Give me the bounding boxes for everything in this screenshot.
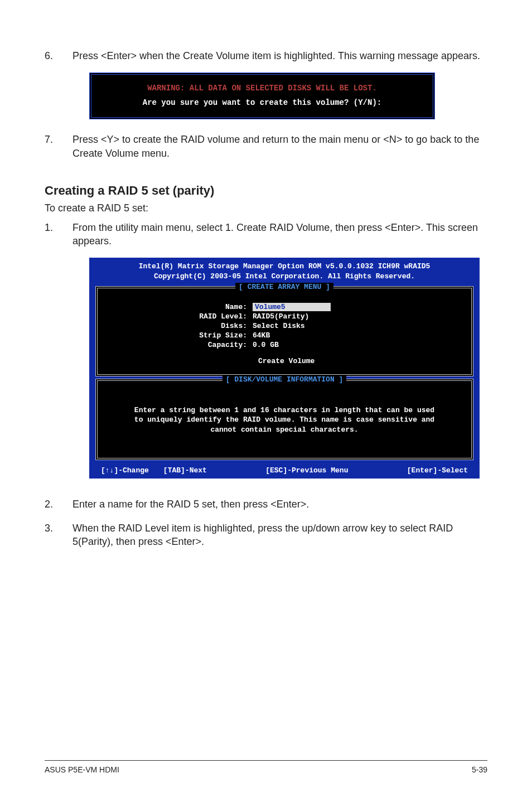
key-legend: [↑↓]-Change [TAB]-Next [ESC]-Previous Me… <box>90 465 479 478</box>
info-line: to uniquely identify the RAID volume. Th… <box>112 415 457 425</box>
step-text: Press <Enter> when the Create Volume ite… <box>72 49 487 62</box>
bios-title-line: Intel(R) Matrix Storage Manager Option R… <box>92 262 477 272</box>
step-number: 6. <box>45 49 72 62</box>
step-number: 2. <box>45 497 72 511</box>
create-array-menu: [ CREATE ARRAY MENU ] Name: Volume5 RAID… <box>95 286 473 376</box>
field-label-capacity: Capacity: <box>107 341 253 349</box>
disks-value[interactable]: Select Disks <box>253 322 305 330</box>
key-esc: [ESC]-Previous Menu <box>265 466 348 475</box>
step-number: 3. <box>45 521 72 549</box>
footer-page-number: 5-39 <box>472 765 487 774</box>
raid-level-value[interactable]: RAID5(Parity) <box>253 312 309 321</box>
bios-screen: Intel(R) Matrix Storage Manager Option R… <box>89 258 480 479</box>
footer-left: ASUS P5E-VM HDMI <box>45 765 119 774</box>
strip-size-value[interactable]: 64KB <box>253 331 270 340</box>
step-text: From the utility main menu, select 1. Cr… <box>72 221 487 248</box>
disk-volume-info: [ DISK/VOLUME INFORMATION ] Enter a stri… <box>95 379 473 461</box>
bios-copyright: Copyright(C) 2003-05 Intel Corporation. … <box>92 272 477 282</box>
name-input[interactable]: Volume5 <box>253 303 331 311</box>
field-label-name: Name: <box>107 303 253 311</box>
key-next: [TAB]-Next <box>163 466 207 475</box>
step-number: 7. <box>45 133 72 160</box>
warning-text: WARNING: ALL DATA ON SELECTED DISKS WILL… <box>106 84 418 93</box>
box-legend: [ DISK/VOLUME INFORMATION ] <box>223 375 347 384</box>
capacity-value[interactable]: 0.0 GB <box>253 341 279 349</box>
intro-text: To create a RAID 5 set: <box>45 202 487 214</box>
step-text: Press <Y> to create the RAID volume and … <box>72 133 487 160</box>
step-text: When the RAID Level item is highlighted,… <box>72 521 487 549</box>
field-label-disks: Disks: <box>107 322 253 330</box>
key-change: [↑↓]-Change <box>101 466 149 475</box>
create-volume-action[interactable]: Create Volume <box>107 357 462 365</box>
field-label-raid: RAID Level: <box>107 312 253 321</box>
step-number: 1. <box>45 221 72 248</box>
field-label-strip: Strip Size: <box>107 331 253 340</box>
section-heading: Creating a RAID 5 set (parity) <box>45 183 487 198</box>
info-line: cannot contain special characters. <box>112 425 457 435</box>
key-enter: [Enter]-Select <box>407 466 468 475</box>
confirm-prompt: Are you sure you want to create this vol… <box>106 98 418 107</box>
step-text: Enter a name for the RAID 5 set, then pr… <box>72 497 487 511</box>
box-legend: [ CREATE ARRAY MENU ] <box>235 283 333 291</box>
warning-panel: WARNING: ALL DATA ON SELECTED DISKS WILL… <box>89 73 435 119</box>
info-line: Enter a string between 1 and 16 characte… <box>112 405 457 416</box>
